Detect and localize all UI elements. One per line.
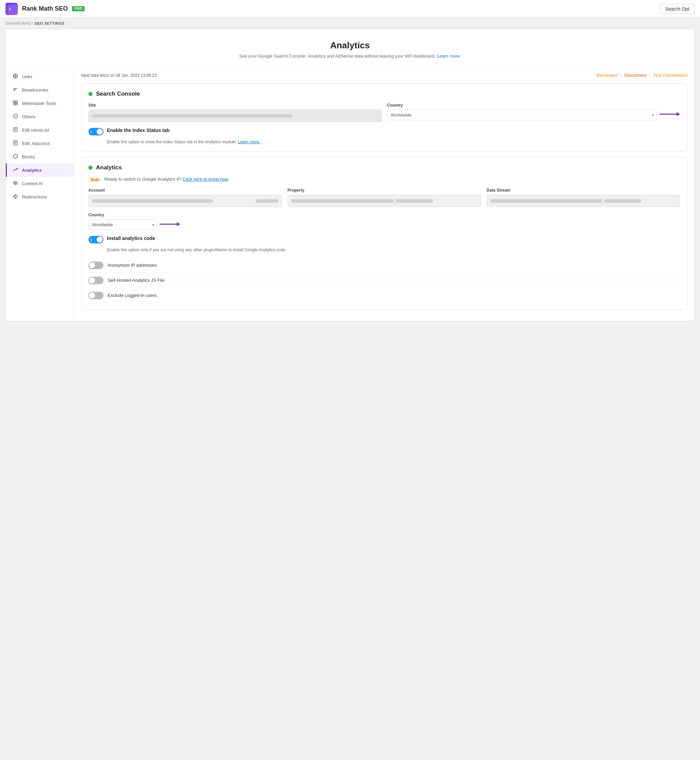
sidebar-item-blocks[interactable]: Blocks [6, 150, 74, 163]
pro-badge: PRO [72, 6, 84, 11]
toggle-track-index[interactable]: 1 [88, 128, 103, 135]
sidebar-item-content-ai[interactable]: Content AI [6, 177, 74, 190]
green-dot-analytics [88, 166, 92, 170]
edit-htaccess-icon [12, 140, 19, 147]
fetch-info: Next data fetch on 08 Jun, 2023 13:06:23 [81, 73, 156, 78]
sidebar-label-webmaster: Webmaster Tools [22, 101, 56, 106]
sidebar-item-edit-htaccess[interactable]: Edit .htaccess [6, 137, 74, 150]
account-property-row: Account Property [88, 188, 680, 207]
links-icon [12, 74, 19, 80]
search-opt-button[interactable]: Search Opt [660, 4, 695, 14]
install-analytics-toggle-container: 1 Install analytics code Enable this opt… [88, 235, 680, 252]
edit-robots-icon [12, 127, 19, 133]
sidebar-item-edit-robots[interactable]: Edit robots.txt [6, 124, 74, 137]
test-connections-link[interactable]: Test Connections [653, 73, 688, 78]
app-header: r Rank Math SEO PRO Search Opt [0, 0, 700, 18]
enable-index-toggle[interactable]: 1 [88, 128, 103, 135]
page-header: Analytics See your Google Search Console… [6, 29, 694, 67]
simple-toggles-container: Anonymize IP addresses Self-Hosted Analy… [88, 258, 680, 303]
breadcrumb-separator: / [32, 21, 34, 25]
install-analytics-description: Enable this option only if you are not u… [107, 248, 680, 252]
note-link[interactable]: Click here to know how [183, 177, 228, 182]
data-stream-label: Data Stream [486, 188, 680, 193]
svg-rect-17 [14, 141, 17, 145]
anonymize-ip-label: Anonymize IP addresses [108, 263, 157, 268]
toggle-track-install[interactable]: 1 [88, 236, 103, 243]
exclude-logged-in-toggle[interactable] [88, 292, 103, 299]
sidebar-item-links[interactable]: Links [6, 70, 74, 83]
svg-rect-14 [14, 127, 17, 132]
redirections-icon [12, 194, 19, 200]
svg-text:r: r [9, 6, 11, 12]
breadcrumb: DASHBOARD / SEO SETTINGS [0, 18, 700, 29]
account-label: Account [88, 188, 282, 193]
property-group: Property [288, 188, 481, 207]
purple-arrow-analytics [160, 220, 180, 229]
sidebar-item-redirections[interactable]: Redirections [6, 190, 74, 204]
search-console-title: Search Console [88, 91, 680, 97]
anonymize-ip-row: Anonymize IP addresses [88, 258, 680, 273]
self-hosted-row: Self-Hosted Analytics JS File [88, 273, 680, 288]
toggle-track-anonymize[interactable] [88, 262, 103, 269]
enable-index-learn-more[interactable]: Learn more. [238, 139, 260, 144]
account-select[interactable] [88, 195, 282, 207]
enable-index-row: 1 Enable the Index Status tab [88, 127, 680, 135]
analytics-country-group: Country Worldwide ▾ [88, 213, 680, 230]
sidebar: Links Breadcrumbs [6, 67, 74, 321]
main-content-area: Next data fetch on 08 Jun, 2023 13:06:23… [74, 67, 694, 321]
sidebar-label-blocks: Blocks [22, 154, 35, 160]
sidebar-label-analytics: Analytics [22, 168, 42, 173]
app-logo: r [5, 3, 18, 15]
analytics-country-select[interactable]: Worldwide [88, 219, 157, 230]
analytics-section-title: Analytics [88, 164, 680, 171]
sidebar-item-others[interactable]: Others [6, 110, 74, 124]
site-input[interactable] [88, 110, 382, 122]
reconnect-link[interactable]: Reconnect [597, 73, 618, 78]
top-actions: Reconnect | Disconnect | Test Connection… [597, 73, 688, 78]
analytics-icon [12, 167, 19, 174]
sidebar-item-breadcrumbs[interactable]: Breadcrumbs [6, 83, 74, 97]
toggle-thumb-install [97, 237, 103, 243]
data-stream-input[interactable] [486, 195, 680, 207]
sidebar-label-redirections: Redirections [22, 194, 47, 199]
svg-point-24 [15, 182, 16, 184]
country-group-search: Country Worldwide ▾ [387, 103, 680, 122]
exclude-logged-in-row: Exclude Logged-in users [88, 288, 680, 303]
data-stream-group: Data Stream [486, 188, 680, 207]
note-text: Ready to switch to Google Analytics 4? C… [104, 177, 229, 182]
self-hosted-toggle[interactable] [88, 277, 103, 284]
site-group: Site [88, 103, 382, 122]
note-row: Note Ready to switch to Google Analytics… [88, 177, 680, 182]
learn-more-link[interactable]: Learn more [437, 53, 459, 59]
install-analytics-label: Install analytics code [107, 235, 155, 241]
site-label: Site [88, 103, 382, 108]
page-subtitle: See your Google Search Console, Analytic… [12, 53, 688, 59]
toggle-thumb-self-hosted [89, 277, 95, 284]
country-select-wrapper: Worldwide ▾ [387, 110, 657, 120]
install-analytics-row: 1 Install analytics code [88, 235, 680, 243]
content-ai-icon [12, 180, 19, 187]
property-input[interactable] [288, 195, 481, 207]
toggle-track-exclude[interactable] [88, 292, 103, 299]
self-hosted-label: Self-Hosted Analytics JS File [108, 278, 164, 283]
analytics-section: Analytics Note Ready to switch to Google… [81, 157, 688, 310]
toggle-thumb-index [97, 128, 103, 135]
toggle-track-self-hosted[interactable] [88, 277, 103, 284]
sidebar-label-others: Others [22, 114, 35, 119]
svg-marker-25 [14, 194, 17, 199]
disconnect-link[interactable]: Disconnect [625, 73, 647, 78]
svg-rect-10 [13, 103, 15, 105]
sidebar-item-webmaster-tools[interactable]: Webmaster Tools [6, 97, 74, 110]
country-select-search[interactable]: Worldwide [387, 110, 657, 120]
blocks-icon [12, 154, 19, 160]
header-left: r Rank Math SEO PRO [5, 3, 84, 15]
enable-index-description: Enable this option to show the Index Sta… [107, 139, 680, 144]
analytics-country-arrow-row: Worldwide ▾ [88, 219, 680, 230]
anonymize-ip-toggle[interactable] [88, 262, 103, 269]
page-card: Analytics See your Google Search Console… [5, 29, 695, 321]
account-select-wrapper [88, 195, 282, 207]
svg-rect-11 [16, 103, 17, 105]
sidebar-item-analytics[interactable]: Analytics [6, 163, 74, 177]
install-analytics-toggle[interactable]: 1 [88, 236, 103, 243]
analytics-country-label: Country [88, 213, 680, 217]
